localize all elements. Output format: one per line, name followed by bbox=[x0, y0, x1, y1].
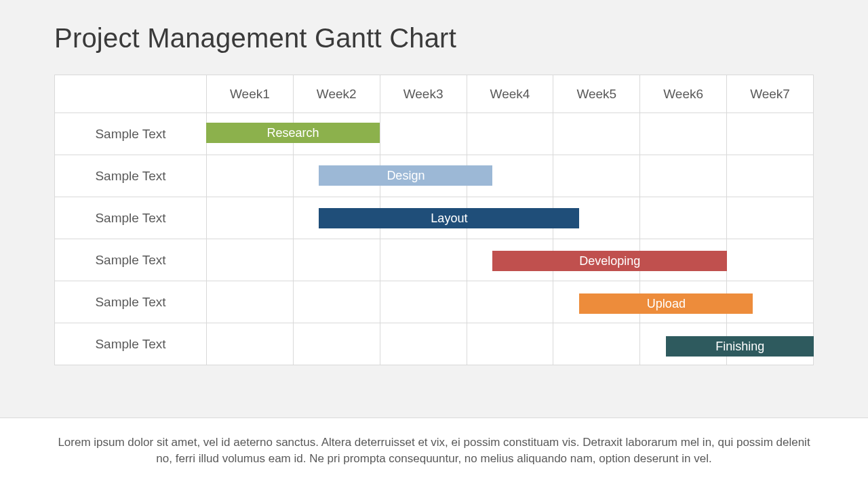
gantt-header-cell: Week3 bbox=[380, 75, 467, 113]
gantt-row: Sample Text bbox=[55, 281, 814, 323]
gantt-row-label: Sample Text bbox=[55, 281, 207, 323]
gantt-row-label: Sample Text bbox=[55, 323, 207, 365]
gantt-table: Week1 Week2 Week3 Week4 Week5 Week6 Week… bbox=[54, 75, 814, 365]
gantt-row-label: Sample Text bbox=[55, 197, 207, 239]
gantt-chart: Week1 Week2 Week3 Week4 Week5 Week6 Week… bbox=[54, 75, 814, 365]
gantt-header-empty bbox=[55, 75, 207, 113]
gantt-row: Sample Text bbox=[55, 197, 814, 239]
gantt-header-cell: Week1 bbox=[207, 75, 294, 113]
page-title: Project Management Gantt Chart bbox=[54, 23, 456, 54]
slide: Project Management Gantt Chart Week1 Wee… bbox=[0, 0, 868, 488]
gantt-header-cell: Week5 bbox=[553, 75, 640, 113]
gantt-header-cell: Week4 bbox=[467, 75, 553, 113]
gantt-header-row: Week1 Week2 Week3 Week4 Week5 Week6 Week… bbox=[55, 75, 814, 113]
gantt-row: Sample Text bbox=[55, 113, 814, 155]
gantt-row: Sample Text bbox=[55, 155, 814, 197]
gantt-row: Sample Text bbox=[55, 239, 814, 281]
gantt-header-cell: Week7 bbox=[727, 75, 814, 113]
gantt-row-label: Sample Text bbox=[55, 113, 207, 155]
footer-text: Lorem ipsum dolor sit amet, vel id aeter… bbox=[54, 434, 814, 468]
gantt-header-cell: Week2 bbox=[293, 75, 380, 113]
footer: Lorem ipsum dolor sit amet, vel id aeter… bbox=[0, 418, 868, 488]
gantt-row: Sample Text bbox=[55, 323, 814, 365]
gantt-row-label: Sample Text bbox=[55, 155, 207, 197]
gantt-header-cell: Week6 bbox=[640, 75, 727, 113]
gantt-row-label: Sample Text bbox=[55, 239, 207, 281]
